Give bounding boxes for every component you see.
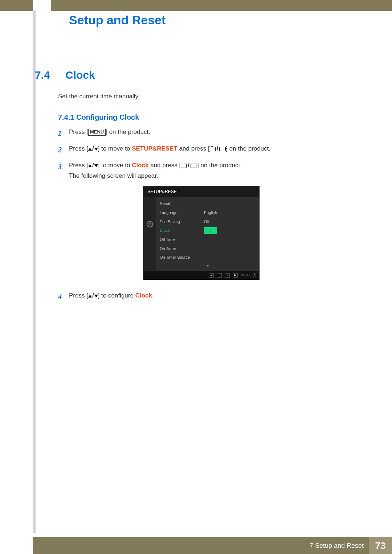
step-text: ] on the product.: [197, 162, 242, 169]
gear-icon: [147, 221, 153, 227]
osd-sidebar: [144, 197, 156, 271]
header-tab: [33, 0, 51, 11]
step-text: The following screen will appear.: [69, 172, 158, 179]
source-enter-icon: /: [181, 160, 197, 171]
steps-list: 1 Press [MENU] on the product. 2 Press […: [58, 127, 334, 307]
left-stripe: [33, 11, 36, 533]
step-text: Press [: [69, 128, 88, 135]
step-text: ] to move to: [98, 145, 132, 152]
osd-screenshot: SETUP&RESET Reset Language:English Eco S…: [143, 186, 260, 280]
minus-icon: −: [217, 273, 222, 278]
osd-title: SETUP&RESET: [144, 186, 259, 197]
auto-label: AUTO: [241, 272, 250, 278]
section-heading: 7.4 Clock: [35, 69, 95, 81]
osd-row-eco: Eco Saving:Off: [160, 217, 256, 226]
section-number: 7.4: [35, 69, 53, 81]
target-text: Clock: [132, 162, 148, 169]
footer-chapter-label: 7 Setup and Reset: [310, 542, 364, 550]
header-bar: [0, 0, 392, 11]
up-down-icon: /: [88, 291, 98, 301]
nav-right-icon: ▶: [233, 273, 238, 278]
source-enter-icon: /: [210, 144, 226, 154]
power-icon: [253, 274, 256, 277]
intro-text: Set the current time manually.: [58, 93, 140, 100]
step-text: ] on the product.: [106, 128, 150, 135]
chapter-title: Setup and Reset: [69, 13, 166, 27]
step-number: 1: [58, 127, 69, 139]
plus-icon: +: [225, 273, 230, 278]
step-2: 2 Press [/] to move to SETUP&RESET and p…: [58, 144, 334, 156]
up-down-icon: /: [88, 160, 98, 171]
step-text: ] on the product.: [226, 145, 270, 152]
osd-row-language: Language:English: [160, 208, 256, 217]
step-text: Press [: [69, 145, 88, 152]
step-1: 1 Press [MENU] on the product.: [58, 127, 334, 139]
osd-row-offtimer: Off Timer: [160, 235, 256, 244]
osd-row-ontimer: On Timer: [160, 244, 256, 253]
step-text: Press [: [69, 292, 88, 299]
subsection-heading: 7.4.1 Configuring Clock: [58, 113, 139, 122]
step-text: and press [: [148, 162, 181, 169]
target-text: SETUP&RESET: [132, 145, 177, 152]
menu-button-label: MENU: [88, 129, 106, 136]
target-text: Clock: [135, 292, 152, 299]
page-number: 73: [369, 537, 392, 554]
step-text: Press [: [69, 162, 88, 169]
up-down-icon: /: [88, 144, 98, 154]
osd-row-reset: Reset: [160, 199, 256, 208]
section-title: Clock: [65, 69, 95, 81]
step-4: 4 Press [/] to configure Clock.: [58, 291, 334, 303]
osd-row-ontimersrc: On Timer Source: [160, 253, 256, 262]
step-number: 3: [58, 160, 69, 286]
step-text: ] to move to: [98, 162, 132, 169]
osd-row-clock: Clock:- - : - -: [160, 226, 256, 235]
nav-left-icon: ◀: [209, 273, 214, 278]
step-3: 3 Press [/] to move to Clock and press […: [58, 160, 334, 286]
osd-menu-list: Reset Language:English Eco Saving:Off Cl…: [156, 197, 259, 271]
step-number: 2: [58, 144, 69, 156]
step-text: .: [152, 292, 154, 299]
step-number: 4: [58, 291, 69, 303]
footer-bar: 7 Setup and Reset 73: [33, 537, 392, 554]
chevron-down-icon: ▾: [160, 262, 256, 270]
step-text: ] to configure: [98, 292, 135, 299]
step-text: and press [: [177, 145, 210, 152]
osd-footer: ◀ − + ▶ AUTO: [144, 271, 259, 279]
